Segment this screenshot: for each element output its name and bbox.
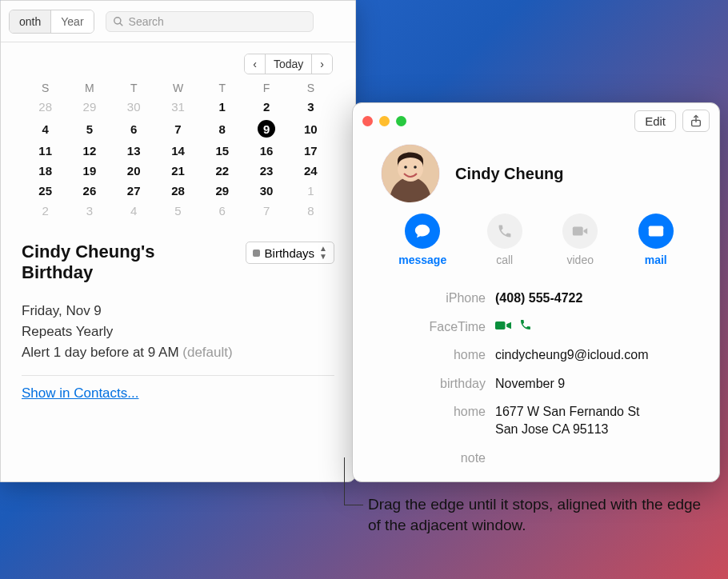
- date-cell[interactable]: 28: [156, 181, 200, 201]
- phone-icon: [487, 214, 522, 249]
- field-row: FaceTime: [367, 313, 689, 341]
- action-call[interactable]: call: [487, 214, 522, 266]
- action-label: call: [496, 254, 513, 266]
- event-date: Friday, Nov 9: [22, 303, 334, 319]
- edit-button[interactable]: Edit: [634, 110, 676, 132]
- date-cell[interactable]: 13: [112, 141, 156, 161]
- calendar-name: Birthdays: [265, 246, 315, 260]
- date-cell[interactable]: 15: [200, 141, 244, 161]
- date-cell[interactable]: 5: [156, 201, 200, 221]
- date-cell[interactable]: 20: [112, 161, 156, 181]
- date-cell[interactable]: 25: [23, 181, 67, 201]
- field-key: note: [367, 449, 495, 467]
- date-cell[interactable]: 30: [244, 181, 288, 201]
- date-cell[interactable]: 17: [289, 141, 333, 161]
- field-key: home: [367, 403, 495, 437]
- calendar-toolbar: onth Year Search: [1, 1, 355, 42]
- date-cell[interactable]: 2: [244, 97, 288, 117]
- date-cell[interactable]: 29: [67, 97, 111, 117]
- field-key: iPhone: [367, 290, 495, 307]
- contacts-window: Edit Cindy Cheung messagecallvideomail i…: [352, 102, 720, 482]
- calendar-color-dot: [253, 250, 260, 257]
- date-cell[interactable]: 22: [200, 161, 244, 181]
- next-month-button[interactable]: ›: [311, 54, 332, 74]
- action-message[interactable]: message: [398, 214, 446, 266]
- date-cell[interactable]: 1: [289, 181, 333, 201]
- action-mail[interactable]: mail: [638, 214, 674, 266]
- facetime-icons[interactable]: [495, 320, 540, 333]
- field-value[interactable]: [495, 318, 689, 336]
- show-in-contacts-link[interactable]: Show in Contacts...: [22, 385, 138, 401]
- chevron-up-down-icon: ▲▼: [319, 245, 327, 261]
- date-cell[interactable]: 10: [289, 117, 333, 141]
- contacts-titlebar: Edit: [353, 103, 719, 138]
- date-cell[interactable]: 11: [23, 141, 67, 161]
- field-key: birthday: [367, 375, 495, 393]
- svg-rect-9: [495, 321, 506, 329]
- date-cell[interactable]: 6: [200, 201, 244, 221]
- window-traffic-lights: [362, 116, 406, 126]
- fullscreen-window-button[interactable]: [396, 116, 406, 126]
- month-nav: ‹ Today ›: [244, 54, 333, 74]
- weekday-header: W: [156, 79, 200, 97]
- field-key: FaceTime: [367, 318, 495, 336]
- segment-year[interactable]: Year: [50, 10, 93, 33]
- date-cell[interactable]: 3: [67, 201, 111, 221]
- event-alert: Alert 1 day before at 9 AM (default): [22, 345, 334, 361]
- date-cell[interactable]: 5: [67, 117, 111, 141]
- date-cell[interactable]: 27: [112, 181, 156, 201]
- calendar-picker[interactable]: Birthdays ▲▼: [246, 242, 334, 264]
- date-cell[interactable]: 23: [244, 161, 288, 181]
- minimize-window-button[interactable]: [379, 116, 390, 126]
- date-cell[interactable]: 7: [156, 117, 200, 141]
- contact-name: Cindy Cheung: [455, 165, 564, 183]
- date-cell[interactable]: 30: [112, 97, 156, 117]
- close-window-button[interactable]: [362, 116, 373, 126]
- date-cell[interactable]: 21: [156, 161, 200, 181]
- date-cell[interactable]: 24: [289, 161, 333, 181]
- field-value: [495, 449, 689, 467]
- date-cell[interactable]: 16: [244, 141, 288, 161]
- date-cell[interactable]: 7: [244, 201, 288, 221]
- field-value: cindycheung9@icloud.com: [495, 346, 689, 364]
- action-row: messagecallvideomail: [367, 214, 705, 279]
- date-cell[interactable]: 4: [23, 117, 67, 141]
- search-icon: [113, 16, 124, 27]
- date-cell[interactable]: 8: [200, 117, 244, 141]
- date-cell[interactable]: 3: [289, 97, 333, 117]
- video-icon: [562, 214, 598, 249]
- date-cell[interactable]: 1: [200, 97, 244, 117]
- search-field[interactable]: Search: [106, 11, 314, 32]
- date-cell[interactable]: 4: [112, 201, 156, 221]
- date-cell[interactable]: 18: [23, 161, 67, 181]
- action-label: video: [566, 254, 593, 266]
- month-table: SMTWTFS282930311234567891011121314151617…: [23, 79, 333, 221]
- date-cell[interactable]: 2: [23, 201, 67, 221]
- action-label: message: [398, 254, 446, 266]
- field-row: home1677 W San Fernando StSan Jose CA 95…: [367, 397, 689, 443]
- month-grid: ‹ Today › SMTWTFS28293031123456789101112…: [1, 42, 355, 227]
- date-cell[interactable]: 19: [67, 161, 111, 181]
- weekday-header: M: [67, 79, 111, 97]
- event-title: Cindy Cheung's Birthday: [22, 242, 206, 284]
- svg-point-6: [414, 166, 417, 169]
- prev-month-button[interactable]: ‹: [245, 54, 265, 74]
- share-button[interactable]: [682, 110, 710, 132]
- field-value: November 9: [495, 375, 689, 393]
- date-cell[interactable]: 31: [156, 97, 200, 117]
- avatar[interactable]: [382, 145, 439, 202]
- date-cell[interactable]: 29: [200, 181, 244, 201]
- action-video[interactable]: video: [562, 214, 598, 266]
- field-row: birthdayNovember 9: [367, 369, 689, 398]
- field-row: note: [367, 444, 689, 473]
- date-cell[interactable]: 14: [156, 141, 200, 161]
- segment-month[interactable]: onth: [10, 10, 50, 33]
- date-cell[interactable]: 28: [23, 97, 67, 117]
- date-cell[interactable]: 8: [289, 201, 333, 221]
- date-cell[interactable]: 9: [244, 117, 288, 141]
- date-cell[interactable]: 26: [67, 181, 111, 201]
- date-cell[interactable]: 6: [112, 117, 156, 141]
- today-button[interactable]: Today: [265, 54, 311, 74]
- svg-point-5: [404, 166, 407, 169]
- date-cell[interactable]: 12: [67, 141, 111, 161]
